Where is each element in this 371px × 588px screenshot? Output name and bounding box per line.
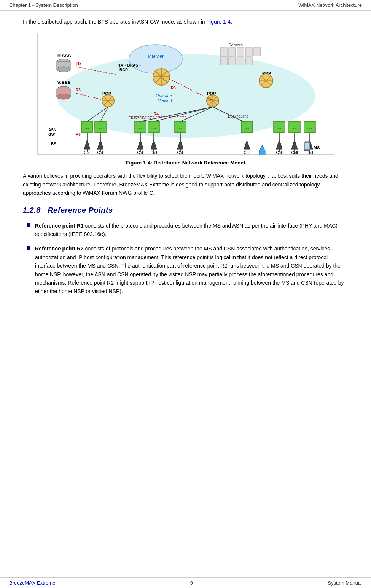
svg-text:BS: BS <box>51 142 56 146</box>
svg-text:Servers: Servers <box>228 43 243 47</box>
bullet-icon <box>27 246 30 250</box>
svg-rect-6 <box>237 48 244 56</box>
figure-container: Internet Servers H-AAA <box>23 33 348 166</box>
svg-text:V-AAA: V-AAA <box>57 81 70 85</box>
svg-marker-87 <box>291 140 298 149</box>
svg-text:Operator IP: Operator IP <box>156 93 178 98</box>
svg-text:Cell: Cell <box>276 151 282 155</box>
svg-text:Cell: Cell <box>84 151 90 155</box>
section-heading: 1.2.8 Reference Points <box>23 206 348 215</box>
svg-rect-8 <box>254 48 261 56</box>
svg-text:Cell: Cell <box>291 151 298 155</box>
svg-text:R3: R3 <box>171 86 176 90</box>
svg-marker-75 <box>137 140 143 149</box>
footer-product: BreezeMAX Extreme <box>9 580 55 586</box>
intro-text-before: In the distributed approach, the BTS ope… <box>23 19 205 25</box>
figure-link[interactable]: Figure 1-4 <box>206 19 231 25</box>
footer-manual: System Manual <box>328 580 362 586</box>
svg-point-1 <box>129 45 182 73</box>
bullet-item-r1: Reference point R1 consists of the proto… <box>23 221 348 239</box>
svg-marker-93 <box>244 140 250 149</box>
figure-caption: Figure 1-4: Distributed Network Referenc… <box>23 160 348 166</box>
svg-text:≈≈: ≈≈ <box>307 126 312 130</box>
svg-text:Cell: Cell <box>137 151 143 155</box>
svg-rect-9 <box>220 57 227 65</box>
svg-text:≈≈: ≈≈ <box>292 126 296 130</box>
svg-text:Cell: Cell <box>97 151 103 155</box>
svg-text:≈≈: ≈≈ <box>277 126 281 130</box>
svg-text:Network: Network <box>158 99 173 103</box>
svg-text:≈≈: ≈≈ <box>151 126 156 130</box>
bullets-container: Reference point R1 consists of the proto… <box>23 221 348 296</box>
svg-text:≈≈: ≈≈ <box>98 126 102 130</box>
svg-text:R5: R5 <box>76 62 81 66</box>
section-number: 1.2.8 <box>23 206 41 214</box>
network-diagram: Internet Servers H-AAA <box>37 33 334 155</box>
page-footer: BreezeMAX Extreme 9 System Manual <box>0 577 371 588</box>
svg-rect-99 <box>259 151 265 155</box>
svg-text:GW: GW <box>48 132 55 137</box>
svg-text:HA + BRAS +: HA + BRAS + <box>118 63 142 67</box>
svg-text:Cell: Cell <box>306 151 313 155</box>
page-header: Chapter 1 - System Description WiMAX Net… <box>0 0 371 11</box>
svg-text:BGR: BGR <box>119 68 128 72</box>
section-title: Reference Points <box>48 206 113 214</box>
svg-marker-72 <box>97 140 103 149</box>
body-paragraph: Alvarion believes in providing operators… <box>23 172 348 197</box>
bullet-text-r2: Reference point R2 consists of protocols… <box>35 244 348 295</box>
header-chapter: Chapter 1 - System Description <box>9 2 78 8</box>
svg-text:Cell: Cell <box>150 151 157 155</box>
bullet-label-r2: Reference point R2 <box>35 245 84 252</box>
svg-rect-102 <box>305 143 309 149</box>
svg-rect-11 <box>237 57 244 65</box>
bullet-label-r1: Reference point R1 <box>35 223 84 229</box>
svg-text:R6: R6 <box>76 132 81 137</box>
bullet-icon <box>27 223 30 227</box>
main-content: In the distributed approach, the BTS ope… <box>0 11 371 325</box>
svg-text:≈≈: ≈≈ <box>245 126 249 130</box>
svg-text:Backhauling: Backhauling <box>228 114 248 118</box>
svg-text:Backhauling: Backhauling <box>131 115 151 120</box>
svg-rect-10 <box>229 57 236 65</box>
header-topic: WiMAX Network Architecture <box>298 2 362 8</box>
svg-rect-4 <box>220 48 227 56</box>
bullet-item-r2: Reference point R2 consists of protocols… <box>23 244 348 295</box>
svg-rect-12 <box>245 57 252 65</box>
svg-marker-78 <box>151 140 157 149</box>
svg-text:Cell: Cell <box>244 151 250 155</box>
svg-text:≈≈: ≈≈ <box>85 126 89 130</box>
svg-marker-69 <box>84 140 90 149</box>
bullet-text-r1: Reference point R1 consists of the proto… <box>35 221 348 239</box>
svg-point-16 <box>57 67 70 72</box>
svg-text:MS: MS <box>314 145 320 150</box>
svg-text:Internet: Internet <box>148 54 163 59</box>
svg-text:H-AAA: H-AAA <box>57 53 71 57</box>
svg-point-20 <box>57 94 70 99</box>
svg-text:Cell: Cell <box>177 151 183 155</box>
svg-marker-98 <box>259 145 265 151</box>
svg-text:R4: R4 <box>154 112 159 116</box>
network-svg: Internet Servers H-AAA <box>38 33 334 155</box>
svg-text:≈≈: ≈≈ <box>178 126 182 130</box>
svg-text:≈≈: ≈≈ <box>138 126 142 130</box>
intro-paragraph: In the distributed approach, the BTS ope… <box>23 18 348 26</box>
footer-page-number: 9 <box>190 580 193 586</box>
svg-text:ASN: ASN <box>48 128 56 132</box>
intro-text-after: . <box>231 19 232 25</box>
svg-marker-84 <box>276 140 282 149</box>
svg-text:R3: R3 <box>76 88 81 92</box>
svg-rect-7 <box>245 48 252 56</box>
svg-marker-81 <box>177 140 183 149</box>
svg-rect-5 <box>229 48 236 56</box>
